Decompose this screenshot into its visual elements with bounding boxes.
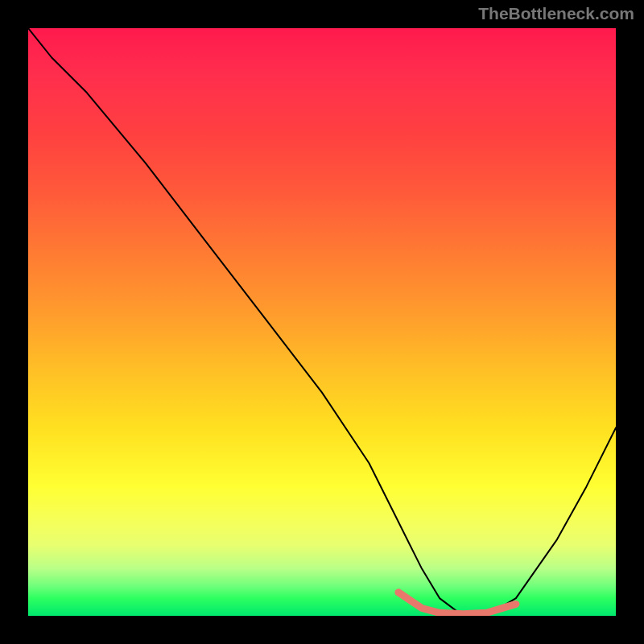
plot-area [28,28,616,616]
chart-container: TheBottleneck.com [0,0,644,644]
bottleneck-curve [28,28,616,616]
plot-svg [28,28,616,616]
highlight-segment [398,592,516,614]
watermark-text: TheBottleneck.com [478,4,634,23]
